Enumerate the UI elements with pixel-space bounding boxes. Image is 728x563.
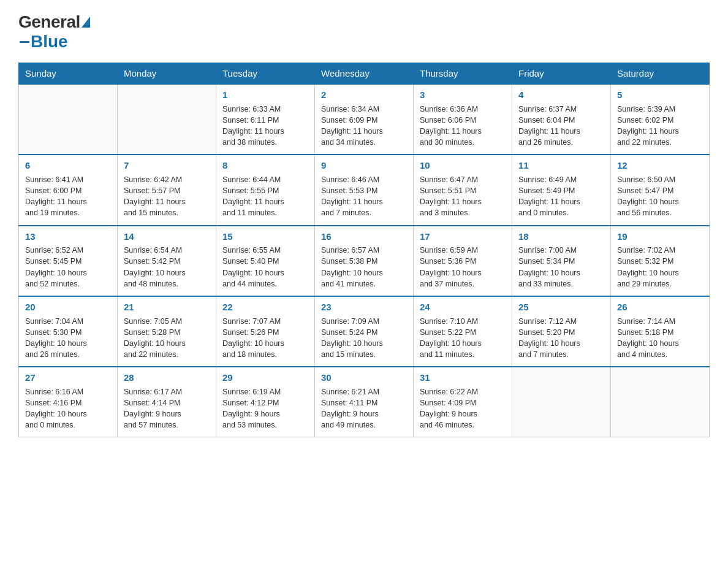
day-info: and 7 minutes.: [321, 207, 407, 218]
day-info: Sunset: 5:22 PM: [420, 327, 506, 338]
day-number: 25: [518, 301, 604, 314]
day-info: and 41 minutes.: [321, 278, 407, 289]
calendar-cell: [611, 367, 710, 437]
day-info: and 46 minutes.: [420, 419, 506, 431]
day-info: Sunset: 5:42 PM: [124, 256, 210, 267]
day-info: Sunrise: 6:52 AM: [25, 245, 111, 256]
day-info: Daylight: 10 hours: [124, 338, 210, 349]
day-info: and 0 minutes.: [518, 207, 604, 218]
day-info: Sunset: 5:55 PM: [222, 185, 308, 196]
logo-blue-text: Blue: [31, 32, 68, 52]
day-number: 18: [518, 230, 604, 243]
day-number: 29: [222, 371, 308, 385]
day-number: 5: [617, 88, 703, 102]
day-info: and 30 minutes.: [420, 137, 506, 148]
day-info: Sunrise: 6:57 AM: [321, 245, 407, 256]
day-number: 9: [321, 159, 407, 172]
weekday-header-monday: Monday: [118, 63, 216, 85]
day-info: Sunrise: 7:14 AM: [617, 316, 703, 327]
logo-triangle-icon: [82, 17, 90, 28]
day-number: 21: [124, 301, 210, 314]
week-row-3: 13Sunrise: 6:52 AMSunset: 5:45 PMDayligh…: [19, 226, 710, 296]
day-number: 17: [420, 230, 506, 243]
calendar-cell: 27Sunrise: 6:16 AMSunset: 4:16 PMDayligh…: [19, 367, 118, 437]
calendar-cell: 5Sunrise: 6:39 AMSunset: 6:02 PMDaylight…: [611, 84, 710, 155]
day-info: and 26 minutes.: [25, 349, 111, 360]
day-info: Daylight: 11 hours: [124, 196, 210, 207]
day-info: Daylight: 11 hours: [420, 126, 506, 137]
day-info: Sunset: 4:16 PM: [25, 397, 111, 408]
calendar-cell: 9Sunrise: 6:46 AMSunset: 5:53 PMDaylight…: [315, 155, 414, 225]
day-info: Sunset: 4:14 PM: [124, 397, 210, 408]
day-info: Sunrise: 6:19 AM: [222, 386, 308, 397]
day-info: Sunrise: 6:44 AM: [222, 174, 308, 185]
day-info: Sunset: 5:38 PM: [321, 256, 407, 267]
day-info: Sunrise: 7:12 AM: [518, 316, 604, 327]
day-info: Sunrise: 6:33 AM: [222, 104, 308, 115]
weekday-header-friday: Friday: [512, 63, 611, 85]
day-info: Daylight: 9 hours: [321, 408, 407, 419]
day-info: and 22 minutes.: [124, 349, 210, 360]
week-row-1: 1Sunrise: 6:33 AMSunset: 6:11 PMDaylight…: [19, 84, 710, 155]
day-info: Sunset: 5:34 PM: [518, 256, 604, 267]
calendar-cell: 2Sunrise: 6:34 AMSunset: 6:09 PMDaylight…: [315, 84, 414, 155]
day-number: 3: [420, 88, 506, 102]
calendar-cell: 7Sunrise: 6:42 AMSunset: 5:57 PMDaylight…: [118, 155, 216, 225]
weekday-header-row: SundayMondayTuesdayWednesdayThursdayFrid…: [19, 63, 710, 85]
day-info: Sunrise: 7:09 AM: [321, 316, 407, 327]
day-info: Sunrise: 6:22 AM: [420, 386, 506, 397]
day-number: 6: [25, 159, 111, 172]
week-row-4: 20Sunrise: 7:04 AMSunset: 5:30 PMDayligh…: [19, 296, 710, 367]
day-info: and 15 minutes.: [124, 207, 210, 218]
calendar-cell: 30Sunrise: 6:21 AMSunset: 4:11 PMDayligh…: [315, 367, 414, 437]
day-info: Sunset: 5:53 PM: [321, 185, 407, 196]
day-info: Sunset: 5:51 PM: [420, 185, 506, 196]
day-info: Sunset: 5:26 PM: [222, 327, 308, 338]
day-info: Sunset: 6:11 PM: [222, 115, 308, 126]
calendar-cell: 8Sunrise: 6:44 AMSunset: 5:55 PMDaylight…: [216, 155, 315, 225]
weekday-header-tuesday: Tuesday: [216, 63, 315, 85]
calendar-cell: 28Sunrise: 6:17 AMSunset: 4:14 PMDayligh…: [118, 367, 216, 437]
calendar-cell: 13Sunrise: 6:52 AMSunset: 5:45 PMDayligh…: [19, 226, 118, 296]
calendar-cell: 20Sunrise: 7:04 AMSunset: 5:30 PMDayligh…: [19, 296, 118, 367]
day-info: Daylight: 11 hours: [25, 196, 111, 207]
day-info: Sunrise: 7:02 AM: [617, 245, 703, 256]
day-number: 26: [617, 301, 703, 314]
day-info: and 7 minutes.: [518, 349, 604, 360]
calendar-cell: 12Sunrise: 6:50 AMSunset: 5:47 PMDayligh…: [611, 155, 710, 225]
day-info: and 29 minutes.: [617, 278, 703, 289]
day-number: 7: [124, 159, 210, 172]
week-row-2: 6Sunrise: 6:41 AMSunset: 6:00 PMDaylight…: [19, 155, 710, 225]
calendar-cell: 16Sunrise: 6:57 AMSunset: 5:38 PMDayligh…: [315, 226, 414, 296]
day-info: Sunset: 5:36 PM: [420, 256, 506, 267]
day-info: Sunrise: 7:04 AM: [25, 316, 111, 327]
day-info: Sunset: 4:12 PM: [222, 397, 308, 408]
calendar-cell: 21Sunrise: 7:05 AMSunset: 5:28 PMDayligh…: [118, 296, 216, 367]
day-info: Daylight: 10 hours: [124, 267, 210, 278]
calendar-table: SundayMondayTuesdayWednesdayThursdayFrid…: [18, 63, 710, 437]
day-info: Sunrise: 6:54 AM: [124, 245, 210, 256]
day-info: Daylight: 9 hours: [222, 408, 308, 419]
day-number: 15: [222, 230, 308, 243]
day-info: Sunset: 6:09 PM: [321, 115, 407, 126]
day-info: Sunset: 6:04 PM: [518, 115, 604, 126]
day-info: Daylight: 11 hours: [222, 196, 308, 207]
day-info: Daylight: 10 hours: [518, 267, 604, 278]
day-info: and 11 minutes.: [222, 207, 308, 218]
day-info: and 19 minutes.: [25, 207, 111, 218]
day-info: Sunrise: 6:49 AM: [518, 174, 604, 185]
day-number: 8: [222, 159, 308, 172]
day-info: Sunrise: 6:46 AM: [321, 174, 407, 185]
day-info: and 33 minutes.: [518, 278, 604, 289]
day-info: Sunrise: 6:42 AM: [124, 174, 210, 185]
day-info: Daylight: 11 hours: [222, 126, 308, 137]
calendar-cell: 4Sunrise: 6:37 AMSunset: 6:04 PMDaylight…: [512, 84, 611, 155]
day-info: and 18 minutes.: [222, 349, 308, 360]
day-info: Daylight: 11 hours: [321, 196, 407, 207]
day-number: 24: [420, 301, 506, 314]
calendar-cell: 31Sunrise: 6:22 AMSunset: 4:09 PMDayligh…: [414, 367, 512, 437]
week-row-5: 27Sunrise: 6:16 AMSunset: 4:16 PMDayligh…: [19, 367, 710, 437]
day-info: and 53 minutes.: [222, 419, 308, 431]
day-info: and 52 minutes.: [25, 278, 111, 289]
day-number: 10: [420, 159, 506, 172]
